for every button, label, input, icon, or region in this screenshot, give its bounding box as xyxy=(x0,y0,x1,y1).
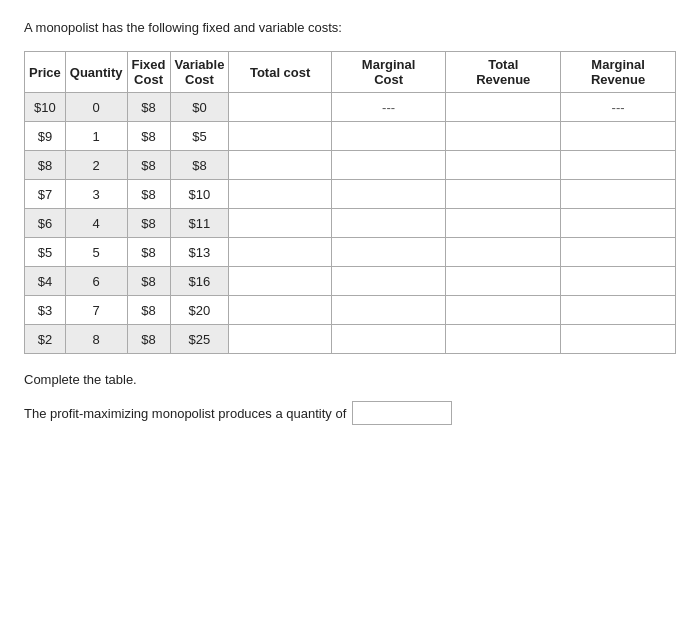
cell-fixed-row0: $8 xyxy=(127,93,170,122)
cell-marginal_cost-row8[interactable] xyxy=(331,325,445,354)
cell-total_revenue-row0[interactable] xyxy=(446,93,561,122)
cell-marginal_revenue-row2[interactable] xyxy=(561,151,676,180)
cell-quantity-row7: 7 xyxy=(65,296,127,325)
cell-variable-row1: $5 xyxy=(170,122,229,151)
cell-quantity-row3: 3 xyxy=(65,180,127,209)
cell-price-row1: $9 xyxy=(25,122,66,151)
input-marginal_revenue-row2[interactable] xyxy=(561,151,675,179)
cell-marginal_cost-row3[interactable] xyxy=(331,180,445,209)
input-total_cost-row4[interactable] xyxy=(229,209,330,237)
input-marginal_revenue-row5[interactable] xyxy=(561,238,675,266)
col-header-marginal-cost: MarginalCost xyxy=(331,52,445,93)
input-marginal_revenue-row1[interactable] xyxy=(561,122,675,150)
cell-price-row0: $10 xyxy=(25,93,66,122)
cell-marginal_cost-row5[interactable] xyxy=(331,238,445,267)
cell-marginal_revenue-row8[interactable] xyxy=(561,325,676,354)
cell-variable-row8: $25 xyxy=(170,325,229,354)
input-total_cost-row1[interactable] xyxy=(229,122,330,150)
cell-total_cost-row7[interactable] xyxy=(229,296,331,325)
cell-marginal_cost-row7[interactable] xyxy=(331,296,445,325)
input-marginal_revenue-row7[interactable] xyxy=(561,296,675,324)
cell-marginal_cost-row6[interactable] xyxy=(331,267,445,296)
input-marginal_cost-row3[interactable] xyxy=(332,180,445,208)
cell-total_cost-row2[interactable] xyxy=(229,151,331,180)
cell-marginal_cost-row0[interactable]: --- xyxy=(331,93,445,122)
cell-price-row7: $3 xyxy=(25,296,66,325)
cell-total_revenue-row4[interactable] xyxy=(446,209,561,238)
input-marginal_cost-row5[interactable] xyxy=(332,238,445,266)
input-total_revenue-row8[interactable] xyxy=(446,325,560,353)
cell-price-row5: $5 xyxy=(25,238,66,267)
cell-marginal_cost-row1[interactable] xyxy=(331,122,445,151)
cell-total_cost-row4[interactable] xyxy=(229,209,331,238)
input-total_cost-row3[interactable] xyxy=(229,180,330,208)
cell-price-row4: $6 xyxy=(25,209,66,238)
cell-fixed-row3: $8 xyxy=(127,180,170,209)
cell-fixed-row6: $8 xyxy=(127,267,170,296)
input-total_revenue-row4[interactable] xyxy=(446,209,560,237)
cell-marginal_revenue-row0[interactable]: --- xyxy=(561,93,676,122)
cell-variable-row6: $16 xyxy=(170,267,229,296)
cell-marginal_cost-row4[interactable] xyxy=(331,209,445,238)
input-total_cost-row2[interactable] xyxy=(229,151,330,179)
cell-total_cost-row1[interactable] xyxy=(229,122,331,151)
cell-total_revenue-row7[interactable] xyxy=(446,296,561,325)
cell-total_revenue-row1[interactable] xyxy=(446,122,561,151)
cell-total_revenue-row6[interactable] xyxy=(446,267,561,296)
input-total_cost-row6[interactable] xyxy=(229,267,330,295)
cell-total_cost-row3[interactable] xyxy=(229,180,331,209)
cell-quantity-row1: 1 xyxy=(65,122,127,151)
col-header-marginal-revenue: MarginalRevenue xyxy=(561,52,676,93)
input-total_cost-row5[interactable] xyxy=(229,238,330,266)
cell-variable-row3: $10 xyxy=(170,180,229,209)
input-marginal_revenue-row6[interactable] xyxy=(561,267,675,295)
cell-marginal_cost-row2[interactable] xyxy=(331,151,445,180)
cell-total_cost-row0[interactable] xyxy=(229,93,331,122)
input-marginal_revenue-row3[interactable] xyxy=(561,180,675,208)
cell-total_revenue-row5[interactable] xyxy=(446,238,561,267)
cell-total_revenue-row8[interactable] xyxy=(446,325,561,354)
cell-marginal_revenue-row7[interactable] xyxy=(561,296,676,325)
input-total_revenue-row5[interactable] xyxy=(446,238,560,266)
input-total_cost-row7[interactable] xyxy=(229,296,330,324)
input-total_revenue-row2[interactable] xyxy=(446,151,560,179)
input-marginal_cost-row7[interactable] xyxy=(332,296,445,324)
cell-variable-row4: $11 xyxy=(170,209,229,238)
input-marginal_cost-row6[interactable] xyxy=(332,267,445,295)
cell-marginal_revenue-row3[interactable] xyxy=(561,180,676,209)
cell-marginal_revenue-row5[interactable] xyxy=(561,238,676,267)
col-header-variable-cost: VariableCost xyxy=(170,52,229,93)
input-total_cost-row0[interactable] xyxy=(229,93,330,121)
input-marginal_revenue-row4[interactable] xyxy=(561,209,675,237)
cell-quantity-row2: 2 xyxy=(65,151,127,180)
cell-total_cost-row6[interactable] xyxy=(229,267,331,296)
cell-total_cost-row5[interactable] xyxy=(229,238,331,267)
input-total_revenue-row7[interactable] xyxy=(446,296,560,324)
cell-variable-row2: $8 xyxy=(170,151,229,180)
input-total_revenue-row0[interactable] xyxy=(446,93,560,121)
input-marginal_cost-row8[interactable] xyxy=(332,325,445,353)
intro-text: A monopolist has the following fixed and… xyxy=(24,20,676,35)
cell-marginal_revenue-row1[interactable] xyxy=(561,122,676,151)
col-header-total-cost: Total cost xyxy=(229,52,331,93)
cell-fixed-row2: $8 xyxy=(127,151,170,180)
cell-variable-row5: $13 xyxy=(170,238,229,267)
cell-total_revenue-row3[interactable] xyxy=(446,180,561,209)
input-marginal_cost-row4[interactable] xyxy=(332,209,445,237)
input-marginal_cost-row2[interactable] xyxy=(332,151,445,179)
cell-total_revenue-row2[interactable] xyxy=(446,151,561,180)
input-total_revenue-row6[interactable] xyxy=(446,267,560,295)
input-total_revenue-row1[interactable] xyxy=(446,122,560,150)
input-total_cost-row8[interactable] xyxy=(229,325,330,353)
cell-marginal_revenue-row4[interactable] xyxy=(561,209,676,238)
input-marginal_revenue-row8[interactable] xyxy=(561,325,675,353)
cell-total_cost-row8[interactable] xyxy=(229,325,331,354)
profit-quantity-input[interactable] xyxy=(352,401,452,425)
profit-label: The profit-maximizing monopolist produce… xyxy=(24,406,346,421)
input-marginal_cost-row1[interactable] xyxy=(332,122,445,150)
input-total_revenue-row3[interactable] xyxy=(446,180,560,208)
cell-marginal_revenue-row6[interactable] xyxy=(561,267,676,296)
cell-fixed-row1: $8 xyxy=(127,122,170,151)
cell-price-row2: $8 xyxy=(25,151,66,180)
col-header-fixed-cost: FixedCost xyxy=(127,52,170,93)
